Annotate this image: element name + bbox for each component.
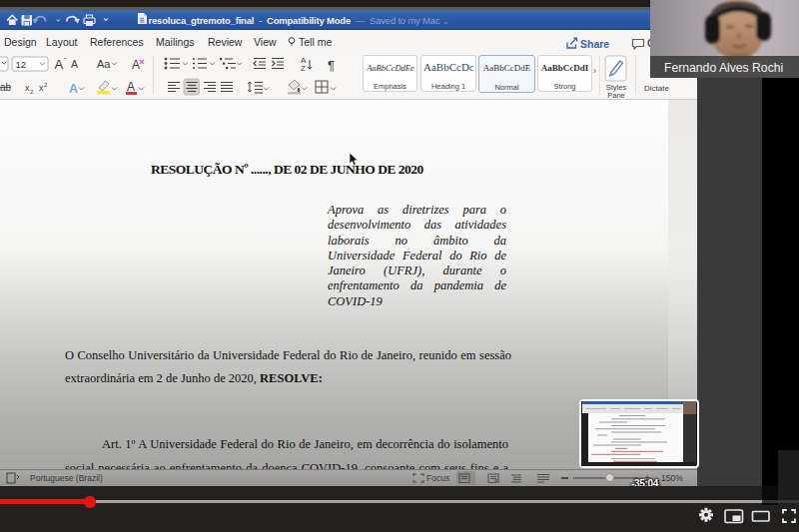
svg-text:A: A bbox=[69, 82, 78, 96]
svg-text:A: A bbox=[127, 80, 135, 94]
svg-text:ˆ: ˆ bbox=[64, 57, 67, 64]
svg-text:A: A bbox=[71, 58, 78, 70]
svg-text:¶: ¶ bbox=[328, 58, 335, 73]
svg-text:Aa: Aa bbox=[97, 58, 111, 70]
svg-text:A: A bbox=[55, 57, 64, 72]
svg-text:2: 2 bbox=[30, 89, 34, 95]
svg-text:Z: Z bbox=[301, 64, 306, 73]
svg-text:2: 2 bbox=[44, 82, 48, 88]
svg-text:A: A bbox=[132, 58, 140, 72]
svg-text:12: 12 bbox=[16, 59, 27, 70]
svg-text:Fernando Alves Rochi: Fernando Alves Rochi bbox=[664, 61, 783, 75]
